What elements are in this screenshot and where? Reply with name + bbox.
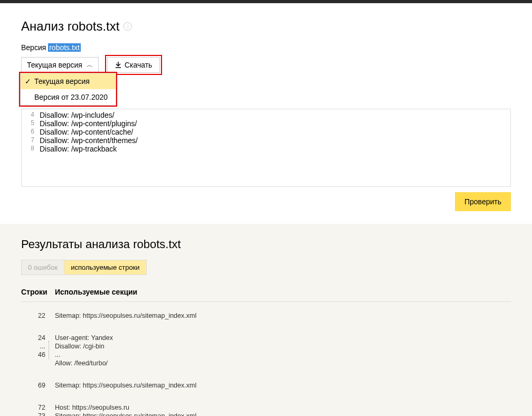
info-icon[interactable]: i (124, 22, 132, 31)
code-text: Disallow: /wp-content/cache/ (40, 128, 510, 136)
line-number: 7 (22, 136, 40, 145)
code-text: Disallow: /wp-content/plugins/ (40, 119, 510, 128)
line-number: 8 (22, 145, 40, 153)
result-text: Host: https://seopulses.ru (55, 403, 511, 412)
tabs-row: 0 ошибок используемые строки (21, 260, 511, 275)
dropdown-item-label: Версия от 23.07.2020 (34, 93, 108, 101)
line-ref: 24 (21, 334, 45, 342)
line-ref: 72 (21, 403, 45, 412)
result-text: Disallow: /cgi-bin (55, 342, 511, 351)
line-number: 5 (22, 119, 40, 128)
line-ref: 73 (21, 412, 45, 416)
result-text: ... (55, 351, 511, 359)
page-title: Анализ robots.txt i (21, 19, 511, 34)
result-group: 24 ... 46 User-agent: Yandex Disallow: /… (21, 334, 511, 367)
controls-row: Текущая версия ︿ Скачать Текущая версия … (21, 55, 511, 75)
line-ref: ... (21, 342, 45, 351)
check-button[interactable]: Проверить (455, 192, 511, 211)
line-ref: 69 (21, 381, 45, 390)
col-header-sections: Используемые секции (55, 288, 511, 296)
dropdown-item-dated[interactable]: Версия от 23.07.2020 (21, 89, 116, 105)
code-editor[interactable]: 4Disallow: /wp-includes/ 5Disallow: /wp-… (21, 109, 511, 187)
line-ref: 46 (21, 351, 45, 359)
result-lines: 22 (21, 311, 55, 320)
dropdown-item-current[interactable]: Текущая версия (21, 73, 116, 89)
result-content: Sitemap: https://seopulses.ru/sitemap_in… (55, 311, 511, 320)
result-lines: 72 73 (21, 403, 55, 416)
line-number: 6 (22, 128, 40, 136)
main-container: Анализ robots.txt i Версия robots.txt Те… (0, 3, 532, 211)
download-highlight-box: Скачать (105, 55, 163, 75)
check-button-row: Проверить (21, 192, 511, 211)
code-text: Disallow: /wp-includes/ (40, 111, 510, 119)
dropdown-item-label: Текущая версия (34, 77, 90, 86)
version-select-text: Текущая версия (27, 61, 82, 69)
result-text: Sitemap: https://seopulses.ru/sitemap_in… (55, 381, 511, 390)
version-label: Версия (21, 43, 48, 52)
chevron-up-icon: ︿ (87, 61, 93, 70)
result-lines: 24 ... 46 (21, 334, 55, 367)
version-dropdown: Текущая версия Версия от 23.07.2020 (20, 73, 116, 106)
results-headers: Строки Используемые секции (21, 288, 511, 302)
result-content: Host: https://seopulses.ru Sitemap: http… (55, 403, 511, 416)
result-group: 22 Sitemap: https://seopulses.ru/sitemap… (21, 311, 511, 320)
results-section: Результаты анализа robots.txt 0 ошибок и… (0, 224, 532, 416)
result-text: User-agent: Yandex (55, 334, 511, 342)
result-lines: 69 (21, 381, 55, 390)
result-text: Allow: /feed/turbo/ (55, 359, 511, 367)
results-title: Результаты анализа robots.txt (21, 238, 511, 251)
result-content: User-agent: Yandex Disallow: /cgi-bin ..… (55, 334, 511, 367)
page-title-text: Анализ robots.txt (21, 19, 119, 34)
col-header-lines: Строки (21, 288, 55, 296)
result-content: Sitemap: https://seopulses.ru/sitemap_in… (55, 381, 511, 390)
code-text: Disallow: /wp-content/themes/ (40, 136, 510, 145)
tab-used-lines[interactable]: используемые строки (64, 260, 147, 275)
code-text: Disallow: /wp-trackback (40, 145, 510, 153)
result-group: 69 Sitemap: https://seopulses.ru/sitemap… (21, 381, 511, 390)
result-text: Sitemap: https://seopulses.ru/sitemap_in… (55, 412, 511, 416)
version-label-row: Версия robots.txt (21, 43, 511, 52)
download-button[interactable]: Скачать (107, 57, 160, 73)
results-table: Строки Используемые секции 22 Sitemap: h… (21, 288, 511, 416)
result-text: Sitemap: https://seopulses.ru/sitemap_in… (55, 311, 511, 320)
line-number: 4 (22, 111, 40, 119)
version-highlight: robots.txt (48, 43, 81, 52)
version-select[interactable]: Текущая версия ︿ (21, 57, 99, 73)
download-label: Скачать (125, 61, 153, 69)
line-ref: 22 (21, 311, 45, 320)
result-group: 72 73 Host: https://seopulses.ru Sitemap… (21, 403, 511, 416)
download-icon (115, 62, 121, 68)
dotted-connector (49, 341, 49, 359)
tab-errors[interactable]: 0 ошибок (21, 260, 64, 275)
